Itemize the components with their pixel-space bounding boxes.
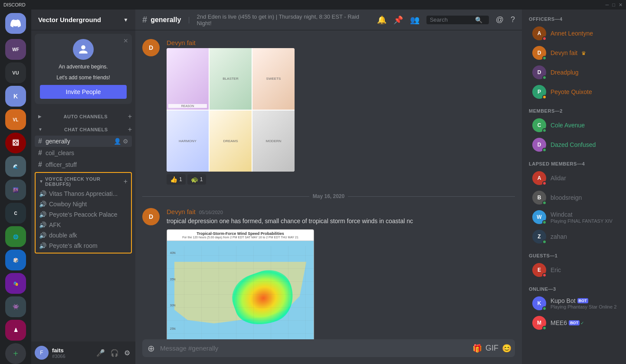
category-auto-channels-add[interactable]: + (128, 113, 132, 120)
message-author-anime[interactable]: Devyn fait (167, 39, 196, 46)
member-status-windcat (542, 220, 547, 224)
mic-button[interactable]: 🎤 (95, 347, 107, 359)
channel-generally[interactable]: # generally 👤 ⚙ (35, 136, 132, 147)
server-sidebar: WF VU K VL ⚄ 🌊 🌆 C 🌐 🎲 🎭 (0, 10, 31, 364)
server-icon-add[interactable]: + (5, 343, 26, 364)
server-icon-discord[interactable] (5, 13, 26, 34)
voice-channel-double-afk-label: double afk (49, 232, 77, 239)
message-input[interactable] (160, 339, 469, 357)
online-title: ONLINE—3 (522, 286, 626, 293)
add-attachment-button[interactable]: ⊕ (146, 340, 157, 357)
member-sub-windcat: Playing FINAL FANTASY XIV (551, 218, 619, 224)
member-info-dazed: Dazed Confused (551, 141, 619, 149)
friends-banner-close[interactable]: ✕ (123, 37, 128, 44)
server-icon-c7[interactable]: 👾 (5, 296, 26, 317)
server-icon-1[interactable]: WF (5, 39, 26, 60)
voice-category-header[interactable]: ▼ VOYCE (CHECK YOUR DEBUFFS) + (36, 175, 131, 188)
window-controls[interactable]: ─ □ ✕ (606, 2, 623, 8)
server-icon-c5[interactable]: 🎲 (5, 250, 26, 270)
member-annet[interactable]: A Annet Leontyne (525, 24, 623, 43)
server-icon-c1[interactable]: 🌊 (5, 156, 26, 177)
pin-icon[interactable]: 📌 (393, 15, 403, 25)
close-button[interactable]: ✕ (619, 2, 623, 8)
member-alidar[interactable]: A Alidar (525, 169, 623, 188)
server-header[interactable]: Vector Underground ▼ (31, 10, 135, 30)
member-status-alidar (542, 181, 547, 185)
server-icon-c2[interactable]: 🌆 (5, 179, 26, 200)
search-input[interactable] (430, 16, 473, 23)
member-cole[interactable]: C Cole Avenue (525, 116, 623, 135)
help-icon[interactable]: ? (511, 15, 515, 24)
voice-category-add[interactable]: + (124, 178, 128, 185)
server-icon-c8[interactable]: ♟ (5, 320, 26, 341)
member-peyote[interactable]: P Peyote Quixote (525, 82, 623, 101)
friends-text-2: Let's add some friends! (40, 74, 127, 81)
minimize-button[interactable]: ─ (606, 2, 609, 8)
invite-people-button[interactable]: Invite People (40, 85, 127, 99)
member-avatar-windcat: W (532, 210, 546, 224)
category-chat-channels-header[interactable]: ▼ CHAT CHANNELS + (31, 124, 135, 135)
voice-channel-peyote-label: Peyote's Peacock Palace (49, 211, 118, 218)
settings-button[interactable]: ⚙ (122, 347, 132, 359)
members-icon[interactable]: 👥 (410, 15, 420, 25)
emoji-icon[interactable]: 😊 (502, 344, 511, 353)
channel-hash-icon: # (38, 137, 42, 145)
server-icon-vu[interactable]: VU (5, 62, 26, 83)
voice-channel-peyote-afk[interactable]: 🔊 Peyote's afk room (36, 240, 131, 251)
server-icon-r[interactable]: ⚄ (5, 133, 26, 153)
lat-30n: 30N (170, 304, 176, 307)
settings-icon[interactable]: ⚙ (123, 138, 128, 145)
member-mee6[interactable]: M MEE6 BOT ✓ (525, 313, 623, 332)
member-bloodsreign[interactable]: B bloodsreign (525, 188, 623, 207)
category-chat-channels: ▼ CHAT CHANNELS + # generally 👤 ⚙ # coil… (31, 124, 135, 170)
maximize-button[interactable]: □ (612, 2, 615, 8)
server-icon-vl[interactable]: VL (5, 109, 26, 130)
server-name: Vector Underground (38, 16, 101, 23)
member-status-mee6 (542, 326, 547, 330)
member-zahan[interactable]: Z zahan (525, 227, 623, 246)
voice-category-label: VOYCE (CHECK YOUR DEBUFFS) (45, 176, 124, 187)
member-category-guests: GUESTS—1 E Eric (522, 253, 626, 280)
voice-icon-6: 🔊 (39, 242, 46, 249)
voice-channel-double-afk[interactable]: 🔊 double afk (36, 230, 131, 240)
headset-button[interactable]: 🎧 (108, 347, 121, 359)
server-icon-c6[interactable]: 🎭 (5, 273, 26, 294)
category-chat-channels-add[interactable]: + (128, 126, 132, 133)
mention-icon[interactable]: @ (496, 15, 504, 24)
member-dazed[interactable]: D Dazed Confused (525, 135, 623, 154)
reaction-turtle[interactable]: 🐢 1 (187, 174, 206, 185)
user-info: faits #3066 (52, 347, 91, 359)
member-kupobot[interactable]: K Kupo Bot BOT Playing Phantasy Star Onl… (525, 294, 623, 313)
message-header-weather: Devyn fait 05/16/2020 (167, 208, 515, 215)
server-icon-c3[interactable]: C (5, 203, 26, 224)
member-status-annet (542, 36, 547, 41)
voice-channel-vitas[interactable]: 🔊 Vitas Thanos Appreciati... (36, 188, 131, 199)
voice-channel-afk[interactable]: 🔊 AFK (36, 220, 131, 230)
channel-officer-stuff[interactable]: # officer_stuff (35, 159, 132, 170)
kupobot-badge: BOT (577, 298, 588, 303)
member-dreadplug[interactable]: D Dreadplug (525, 63, 623, 82)
member-status-devyn (542, 56, 547, 60)
bell-icon[interactable]: 🔔 (377, 15, 387, 25)
search-box[interactable]: 🔍 (426, 16, 489, 24)
member-avatar-annet: A (532, 26, 546, 40)
voice-channel-cowboy[interactable]: 🔊 Cowboy Night (36, 199, 131, 209)
mee6-name-row: MEE6 BOT ✓ (551, 319, 619, 326)
voice-channel-peyote[interactable]: 🔊 Peyote's Peacock Palace (36, 209, 131, 220)
category-auto-channels: ▶ AUTO CHANNELS + (31, 111, 135, 122)
channel-coil-clears[interactable]: # coil_clears (35, 147, 132, 159)
member-avatar-blood: B (532, 191, 546, 205)
gif-icon[interactable]: GIF (485, 344, 498, 353)
member-devyn[interactable]: D Devyn fait ♛ (525, 43, 623, 62)
reaction-thumbsup[interactable]: 👍 1 (167, 174, 186, 185)
member-eric[interactable]: E Eric (525, 260, 623, 280)
server-icon-k[interactable]: K (5, 86, 26, 107)
category-auto-channels-header[interactable]: ▶ AUTO CHANNELS + (31, 111, 135, 122)
member-windcat[interactable]: W Windcat Playing FINAL FANTASY XIV (525, 208, 623, 227)
add-member-icon[interactable]: 👤 (114, 138, 121, 145)
message-author-weather[interactable]: Devyn fait (167, 208, 196, 215)
server-icon-c4[interactable]: 🌐 (5, 226, 26, 247)
member-info-blood: bloodsreign (551, 194, 619, 202)
member-avatar-alidar: A (532, 171, 546, 185)
gift-icon[interactable]: 🎁 (472, 344, 482, 353)
